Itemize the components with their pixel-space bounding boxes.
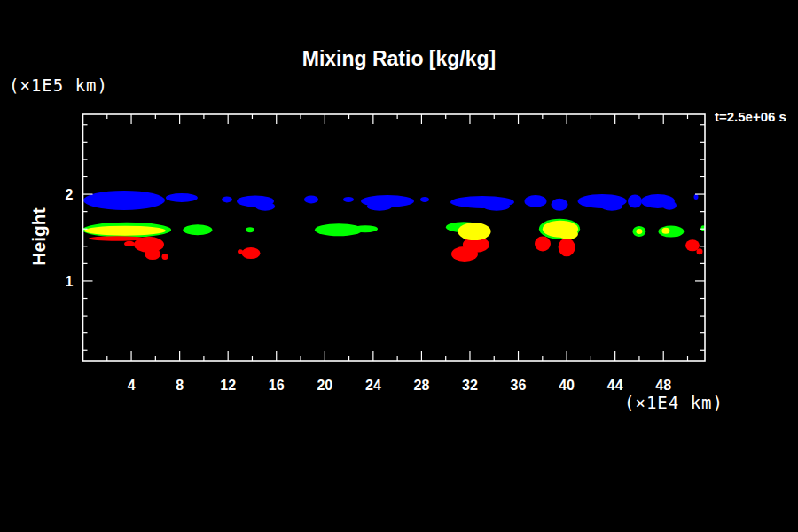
contour-region-green xyxy=(353,225,378,232)
y-axis-unit-label: (×1E5 km) xyxy=(9,75,108,95)
contour-region-blue xyxy=(525,195,547,207)
contour-region-yellow xyxy=(636,229,642,234)
contour-region-red xyxy=(145,248,160,260)
contour-region-blue xyxy=(304,195,318,203)
contour-region-blue xyxy=(483,202,510,211)
contour-region-red xyxy=(559,238,575,256)
contour-region-red xyxy=(238,249,243,254)
contour-region-red xyxy=(451,246,478,262)
x-tick-label: 4 xyxy=(128,378,136,393)
contour-region-red xyxy=(124,241,135,246)
timestamp-label: t=2.5e+06 s xyxy=(715,109,786,124)
plot-window: 481216202428323640444812 Mixing Ratio [k… xyxy=(0,0,798,532)
contour-region-blue xyxy=(694,194,699,200)
x-tick-label: 28 xyxy=(414,378,430,393)
y-tick-label: 2 xyxy=(66,187,74,202)
x-tick-label: 40 xyxy=(559,378,575,393)
x-tick-label: 44 xyxy=(607,378,623,393)
contour-region-blue xyxy=(343,197,354,202)
contour-region-blue xyxy=(166,193,198,202)
contour-region-yellow xyxy=(559,229,578,239)
contour-region-blue xyxy=(628,194,642,207)
contour-region-yellow xyxy=(458,223,490,240)
contour-region-yellow xyxy=(84,226,166,236)
y-tick-label: 1 xyxy=(66,274,74,289)
x-axis-unit-label: (×1E4 km) xyxy=(624,393,724,412)
contour-region-blue xyxy=(255,202,275,211)
x-tick-label: 8 xyxy=(176,378,184,393)
contour-region-green xyxy=(183,224,212,235)
contour-region-blue xyxy=(552,199,568,211)
x-tick-label: 12 xyxy=(220,378,236,393)
contour-region-blue xyxy=(662,201,677,210)
plot-background xyxy=(0,0,798,532)
contour-region-yellow xyxy=(661,228,669,234)
x-tick-label: 24 xyxy=(365,378,381,393)
contour-region-blue xyxy=(83,191,165,210)
contour-region-blue xyxy=(367,202,392,211)
x-tick-label: 16 xyxy=(269,378,285,393)
x-tick-label: 48 xyxy=(655,378,671,393)
y-axis-title: Height xyxy=(28,207,49,265)
contour-region-red xyxy=(697,248,703,254)
x-tick-label: 32 xyxy=(462,378,478,393)
contour-region-red xyxy=(535,236,551,251)
contour-region-red xyxy=(242,247,261,259)
contour-region-blue xyxy=(222,196,232,202)
contour-region-green xyxy=(246,227,254,232)
mixing-ratio-plot: 481216202428323640444812 Mixing Ratio [k… xyxy=(0,0,798,532)
x-tick-label: 36 xyxy=(511,378,527,393)
contour-region-red xyxy=(162,254,168,260)
contour-region-blue xyxy=(420,197,429,202)
x-tick-label: 20 xyxy=(317,378,332,393)
plot-title: Mixing Ratio [kg/kg] xyxy=(302,47,497,70)
contour-region-blue xyxy=(601,202,622,211)
